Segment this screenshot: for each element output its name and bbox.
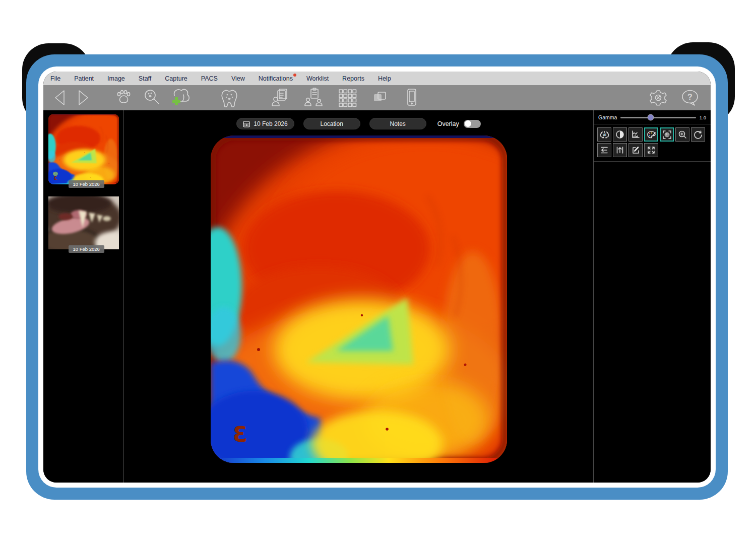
green-plus bbox=[172, 97, 180, 105]
staff-records-icon[interactable] bbox=[269, 87, 291, 109]
toggle-knob bbox=[465, 120, 471, 127]
tool-grid: AI bbox=[594, 124, 711, 162]
add-patient-icon[interactable] bbox=[167, 87, 191, 109]
viewer-topbar: 10 Feb 2026 Location Notes Overlay bbox=[236, 118, 480, 129]
menu-pacs[interactable]: PACS bbox=[201, 75, 218, 82]
thumbnail-palette-icon bbox=[52, 171, 58, 176]
menu-capture[interactable]: Capture bbox=[165, 75, 187, 82]
ai-enhance-button[interactable]: AI bbox=[597, 127, 611, 142]
next-button[interactable] bbox=[75, 88, 92, 108]
calendar-icon bbox=[243, 120, 250, 127]
image-stage bbox=[211, 129, 507, 483]
thumbnail-grid-icon[interactable] bbox=[337, 87, 358, 108]
gamma-label: Gamma bbox=[598, 114, 617, 120]
menu-image[interactable]: Image bbox=[107, 75, 125, 82]
page-background: File Patient Image Staff Capture PACS Vi… bbox=[0, 0, 756, 544]
menu-reports[interactable]: Reports bbox=[342, 75, 364, 82]
notification-badge bbox=[293, 74, 296, 77]
menu-worklist[interactable]: Worklist bbox=[306, 75, 329, 82]
thumbnail-date-badge: 10 Feb 2026 bbox=[69, 180, 104, 188]
menu-staff[interactable]: Staff bbox=[139, 75, 151, 82]
thermal-image[interactable] bbox=[211, 135, 507, 463]
menu-bar: File Patient Image Staff Capture PACS Vi… bbox=[43, 72, 711, 85]
help-icon[interactable]: ? bbox=[679, 88, 701, 107]
date-button[interactable]: 10 Feb 2026 bbox=[236, 118, 294, 129]
adjustment-panel: Gamma 1.0 AI bbox=[593, 110, 711, 483]
gamma-control: Gamma 1.0 bbox=[594, 110, 711, 124]
search-patient-icon[interactable] bbox=[142, 88, 162, 108]
histogram-levels-button[interactable] bbox=[628, 127, 643, 142]
mobile-sync-icon[interactable] bbox=[403, 87, 420, 109]
window-border: File Patient Image Staff Capture PACS Vi… bbox=[38, 66, 716, 488]
app-window: File Patient Image Staff Capture PACS Vi… bbox=[43, 72, 711, 483]
notes-button[interactable]: Notes bbox=[369, 118, 426, 129]
dental-chart-icon[interactable] bbox=[219, 87, 240, 109]
menu-notifications[interactable]: Notifications bbox=[259, 75, 293, 82]
overlay-toggle[interactable] bbox=[464, 120, 481, 128]
gamma-value: 1.0 bbox=[700, 115, 706, 120]
menu-patient[interactable]: Patient bbox=[74, 75, 94, 82]
paw-icon[interactable] bbox=[114, 88, 133, 107]
settings-gear-icon[interactable] bbox=[648, 88, 668, 108]
flip-horizontal-button[interactable] bbox=[597, 143, 611, 157]
multi-view-icon[interactable] bbox=[370, 88, 390, 108]
annotate-button[interactable] bbox=[628, 143, 643, 157]
presentation-frame: File Patient Image Staff Capture PACS Vi… bbox=[26, 54, 728, 500]
toolbar: ? bbox=[43, 85, 711, 110]
main-viewer: 10 Feb 2026 Location Notes Overlay bbox=[124, 110, 593, 483]
menu-view[interactable]: View bbox=[231, 75, 245, 82]
thumbnail-date-badge: 10 Feb 2026 bbox=[69, 245, 104, 253]
menu-help[interactable]: Help bbox=[378, 75, 391, 82]
menu-file[interactable]: File bbox=[50, 75, 60, 82]
overlay-control: Overlay bbox=[437, 120, 481, 128]
location-button[interactable]: Location bbox=[303, 118, 360, 129]
svg-text:?: ? bbox=[687, 93, 692, 101]
gamma-slider[interactable] bbox=[620, 117, 696, 118]
fullscreen-button[interactable] bbox=[644, 143, 658, 157]
thumbnail-thermal[interactable]: 10 Feb 2026 bbox=[48, 114, 119, 184]
patient-records-icon[interactable] bbox=[302, 87, 326, 109]
previous-button[interactable] bbox=[51, 88, 69, 108]
gamma-slider-knob[interactable] bbox=[648, 114, 654, 121]
rotate-button[interactable] bbox=[691, 127, 705, 142]
thumbnail-sidebar: 10 Feb 2026 bbox=[43, 110, 124, 483]
svg-text:AI: AI bbox=[603, 133, 606, 137]
thumbnail-photo[interactable]: 10 Feb 2026 bbox=[48, 196, 119, 249]
color-palette-button[interactable] bbox=[644, 127, 658, 142]
thermal-focus-button[interactable] bbox=[660, 127, 674, 142]
date-label: 10 Feb 2026 bbox=[254, 120, 287, 127]
overlay-label: Overlay bbox=[437, 120, 459, 127]
contrast-button[interactable] bbox=[613, 127, 627, 142]
content-area: 10 Feb 2026 bbox=[43, 110, 711, 483]
zoom-in-button[interactable] bbox=[675, 127, 689, 142]
flip-vertical-button[interactable] bbox=[613, 143, 627, 157]
